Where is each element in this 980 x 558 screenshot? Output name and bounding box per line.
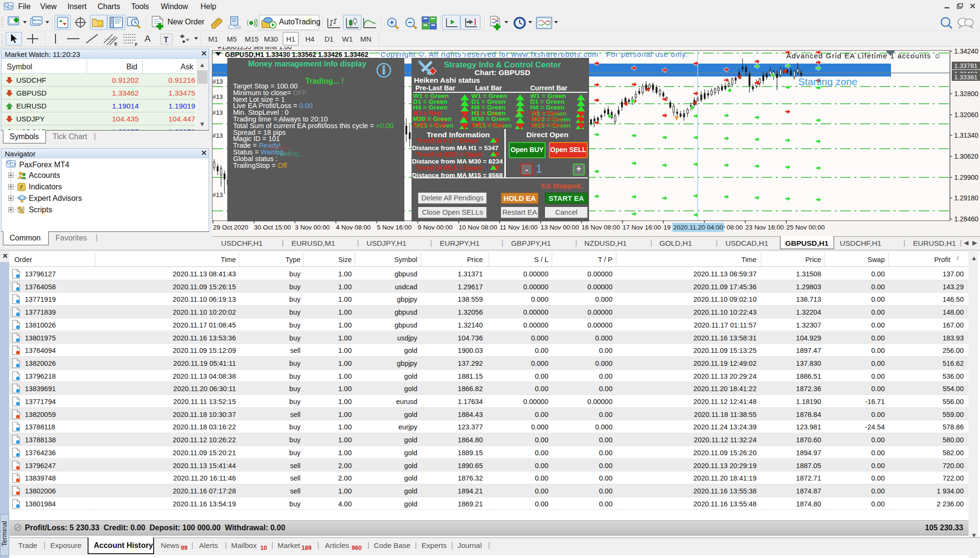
svg-text:#13801255 sell limit 1.00: #13801255 sell limit 1.00 [218,47,292,51]
svg-text:1.31340: 1.31340 [954,131,979,139]
svg-text:1.34240: 1.34240 [954,47,979,55]
svg-text:1.33781: 1.33781 [954,62,978,69]
svg-text:1.32060: 1.32060 [954,111,979,119]
svg-text:17 Nov 16:00: 17 Nov 16:00 [623,224,661,231]
svg-text:T: T [164,36,168,44]
svg-text:5 Nov 16:00: 5 Nov 16:00 [377,224,412,231]
svg-text:1.29180: 1.29180 [954,194,979,202]
svg-text:29 Oct 2020: 29 Oct 2020 [213,224,248,231]
svg-text:1.29900: 1.29900 [954,174,979,181]
svg-text:1.32800: 1.32800 [954,90,979,98]
svg-text:30 Oct 15:00: 30 Oct 15:00 [254,224,291,231]
svg-text:3 Nov 00:00: 3 Nov 00:00 [295,224,330,231]
svg-text:9 Nov 00:00: 9 Nov 00:00 [418,224,453,231]
svg-text:2020.11.20 04:00: 2020.11.20 04:00 [673,224,723,231]
svg-text:11 Nov 16:00: 11 Nov 16:00 [500,224,537,231]
svg-text:#13: #13 [212,78,223,85]
svg-text:Advanced Grid EA Lifetime 1 ac: Advanced Grid EA Lifetime 1 accounts ☺ [786,52,942,60]
svg-text:Copyright ©. All rights reserv: Copyright ©. All rights reserved for www… [380,50,688,58]
svg-text:F: F [135,42,138,46]
svg-text:13 Nov 00:00: 13 Nov 00:00 [541,224,579,231]
svg-text:1.28460: 1.28460 [954,215,979,223]
svg-text:Starting zone: Starting zone [798,76,858,87]
svg-text:23 Nov 16:00: 23 Nov 16:00 [746,224,784,231]
svg-text:GBPUSD,H1 1.33430 1.33562 1.3: GBPUSD,H1 1.33430 1.33562 1.33426 1.3346… [225,51,368,58]
svg-text:#13: #13 [212,109,223,116]
svg-text:10 Nov 08:00: 10 Nov 08:00 [459,224,497,231]
svg-text:#13: #13 [212,191,223,198]
svg-text:4 Nov 08:00: 4 Nov 08:00 [336,224,371,231]
svg-text:16 Nov 08:00: 16 Nov 08:00 [581,224,620,231]
svg-text:E: E [114,42,117,46]
svg-text:1.30620: 1.30620 [954,153,979,160]
svg-text:25 Nov 00:00: 25 Nov 00:00 [786,224,824,231]
svg-text:#13: #13 [212,93,223,100]
svg-text:1.33381: 1.33381 [954,74,978,81]
svg-text:#13: #13 [212,132,223,139]
